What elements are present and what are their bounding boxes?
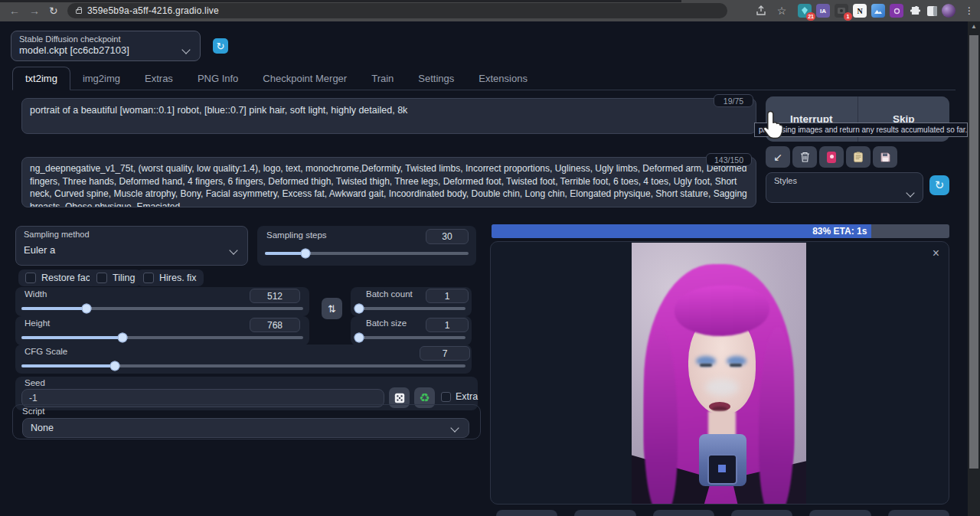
interrupt-tooltip: processing images and return any results… <box>754 122 968 137</box>
checkbox-icon <box>96 273 107 283</box>
output-button-5[interactable] <box>809 510 871 516</box>
extension-pin-icon[interactable]: 21 <box>798 4 812 18</box>
script-dropdown[interactable]: None <box>22 418 469 438</box>
extension-pin-badge: 21 <box>806 12 815 21</box>
output-action-buttons <box>496 510 949 516</box>
cfg-scale-label: CFG Scale <box>24 347 67 356</box>
tab-train[interactable]: Train <box>359 67 406 90</box>
tiling-label: Tiling <box>113 273 135 283</box>
checkpoint-label: Stable Diffusion checkpoint <box>11 31 200 44</box>
paste-params-button[interactable]: ↙ <box>766 146 790 168</box>
trash-icon <box>800 152 810 162</box>
save-style-button[interactable] <box>873 146 897 168</box>
refresh-checkpoint-button[interactable]: ↻ <box>213 38 228 54</box>
bookmark-star-icon[interactable]: ☆ <box>775 4 789 18</box>
tab-checkpoint-merger[interactable]: Checkpoint Merger <box>250 67 359 90</box>
tab-png-info[interactable]: PNG Info <box>185 67 250 90</box>
tab-settings[interactable]: Settings <box>406 67 466 90</box>
seed-extra-checkbox[interactable]: Extra <box>441 391 478 402</box>
webui-page: Stable Diffusion checkpoint model.ckpt [… <box>0 21 980 516</box>
reload-icon[interactable]: ↻ <box>49 3 58 18</box>
sampling-steps-block: Sampling steps 30 <box>257 226 476 266</box>
styles-dropdown[interactable]: Styles <box>766 172 923 203</box>
extension-notion-icon[interactable]: N <box>853 4 867 18</box>
sampling-steps-label: Sampling steps <box>266 230 327 240</box>
generated-image[interactable] <box>632 243 806 504</box>
checkpoint-dropdown[interactable]: Stable Diffusion checkpoint model.ckpt [… <box>11 31 201 61</box>
batch-size-block: Batch size 1 <box>351 316 472 345</box>
sidebar-panel-icon[interactable] <box>925 4 939 18</box>
cfg-scale-input[interactable]: 7 <box>420 346 470 361</box>
hires-fix-checkbox[interactable]: Hires. fix <box>136 269 204 286</box>
negative-prompt-input[interactable]: ng_deepnegative_v1_75t, (worst quality, … <box>21 157 756 207</box>
screenshot-root: ← → ↻ 359e5b9a-a5ff-4216.gradio.live ☆ 2… <box>0 0 980 516</box>
profile-avatar[interactable] <box>942 4 956 18</box>
seed-extra-label: Extra <box>456 391 478 402</box>
url-text[interactable]: 359e5b9a-a5ff-4216.gradio.live <box>87 5 219 16</box>
batch-count-input[interactable]: 1 <box>426 289 469 303</box>
tab-extras[interactable]: Extras <box>132 67 185 90</box>
batch-size-slider[interactable] <box>357 336 466 339</box>
batch-size-input[interactable]: 1 <box>426 318 469 332</box>
tab-extensions[interactable]: Extensions <box>466 67 540 90</box>
checkpoint-value: model.ckpt [cc6cb27103] <box>11 44 200 56</box>
back-icon[interactable]: ← <box>9 3 20 18</box>
clear-prompt-button[interactable] <box>792 146 817 168</box>
width-slider[interactable] <box>21 307 303 310</box>
browser-menu-icon[interactable]: ⋮ <box>962 4 976 18</box>
recycle-icon: ♻ <box>419 390 430 405</box>
swap-width-height-button[interactable]: ⇅ <box>322 298 342 319</box>
output-button-4[interactable] <box>731 510 792 516</box>
extension-purple-icon[interactable] <box>890 4 903 18</box>
extension-cam-icon[interactable]: 1 <box>835 4 848 18</box>
scrollbar-thumb[interactable] <box>969 35 978 469</box>
output-button-3[interactable] <box>653 510 714 516</box>
styles-label: Styles <box>766 173 923 185</box>
prompt-input[interactable]: portrait of a beautiful [woman::0.1] rob… <box>21 98 756 134</box>
batch-count-slider[interactable] <box>357 307 466 310</box>
floppy-save-icon <box>880 152 890 162</box>
forward-icon[interactable]: → <box>29 3 40 18</box>
tab-img2img[interactable]: img2img <box>70 67 132 90</box>
clipboard-icon <box>854 152 863 162</box>
extra-networks-button[interactable] <box>819 146 844 168</box>
seed-label: Seed <box>24 378 45 387</box>
output-button-6[interactable] <box>888 510 949 516</box>
extension-image-icon[interactable] <box>871 4 885 18</box>
lock-icon <box>76 9 82 14</box>
sampling-method-dropdown[interactable]: Sampling method Euler a <box>15 226 248 266</box>
output-button-2[interactable] <box>574 510 635 516</box>
apply-styles-button[interactable] <box>846 146 871 168</box>
extension-ia-icon[interactable]: IA <box>816 4 830 18</box>
chevron-down-icon <box>450 423 459 432</box>
extensions-puzzle-icon[interactable] <box>908 4 922 18</box>
batch-count-block: Batch count 1 <box>351 287 472 316</box>
mouse-cursor <box>762 110 785 139</box>
share-icon[interactable] <box>754 4 768 18</box>
height-slider[interactable] <box>21 336 303 339</box>
width-block: Width 512 <box>15 287 309 316</box>
output-button-1[interactable] <box>496 510 557 516</box>
progress-bar-fill: 83% ETA: 1s <box>492 224 871 238</box>
page-scrollbar[interactable]: ▲ <box>968 21 980 516</box>
close-icon[interactable]: × <box>933 247 939 260</box>
cfg-scale-slider[interactable] <box>21 364 466 367</box>
width-label: Width <box>24 289 47 299</box>
tab-txt2img[interactable]: txt2img <box>12 67 70 90</box>
checkbox-icon <box>143 273 154 283</box>
script-label: Script <box>22 407 44 416</box>
script-block: Script None <box>12 404 481 439</box>
chevron-down-icon <box>906 188 914 197</box>
width-input[interactable]: 512 <box>250 289 300 303</box>
refresh-styles-button[interactable]: ↻ <box>929 175 949 195</box>
prompt-token-counter: 19/75 <box>714 94 753 107</box>
progress-bar: 83% ETA: 1s <box>492 224 949 238</box>
tiling-checkbox[interactable]: Tiling <box>90 269 142 286</box>
address-bar[interactable]: 359e5b9a-a5ff-4216.gradio.live <box>67 3 727 18</box>
height-input[interactable]: 768 <box>250 318 300 332</box>
sampling-steps-input[interactable]: 30 <box>426 229 469 244</box>
negative-prompt-token-counter: 143/150 <box>706 153 752 166</box>
sampling-steps-slider[interactable] <box>265 252 469 255</box>
progress-text: 83% ETA: 1s <box>812 224 867 238</box>
scrollbar-up-icon[interactable]: ▲ <box>968 23 980 30</box>
